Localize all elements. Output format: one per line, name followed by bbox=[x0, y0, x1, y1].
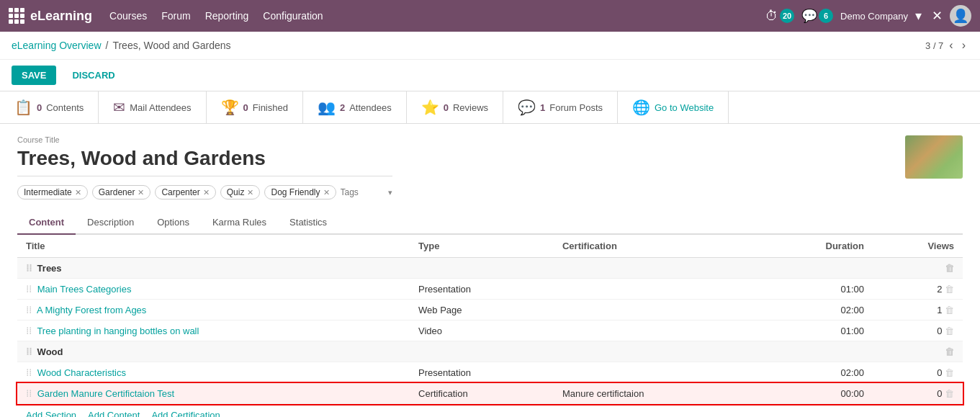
contents-label: Contents bbox=[46, 102, 84, 113]
section-trees: ⁞⁞ Trees 🗑 bbox=[17, 258, 963, 279]
tab-content[interactable]: Content bbox=[17, 211, 76, 235]
row-tree-planting-views: 0 🗑 bbox=[873, 320, 963, 341]
course-info: Course Title Trees, Wood and Gardens Int… bbox=[17, 135, 392, 211]
row-main-trees-views: 2 🗑 bbox=[873, 279, 963, 300]
link-mighty-forest[interactable]: A Mighty Forest from Ages bbox=[37, 305, 146, 315]
del-main-trees[interactable]: 🗑 bbox=[945, 284, 954, 295]
nav-courses[interactable]: Courses bbox=[109, 10, 147, 22]
nav-configuration[interactable]: Configuration bbox=[263, 10, 323, 22]
discard-button[interactable]: DISCARD bbox=[62, 66, 125, 85]
col-views: Views bbox=[873, 235, 963, 258]
website-icon: 🌐 bbox=[632, 99, 650, 116]
smart-btn-mail[interactable]: ✉ Mail Attendees bbox=[99, 91, 206, 123]
tab-karma-rules[interactable]: Karma Rules bbox=[201, 211, 278, 235]
tag-quiz[interactable]: Quiz ✕ bbox=[220, 185, 261, 199]
settings-icon[interactable]: ▾ bbox=[915, 8, 922, 24]
row-wood-char-views: 0 🗑 bbox=[873, 362, 963, 383]
section-trees-title: ⁞⁞ Trees bbox=[17, 258, 873, 279]
add-certification-link[interactable]: Add Certification bbox=[151, 410, 220, 417]
messages-badge[interactable]: 💬 6 bbox=[801, 8, 833, 24]
course-title[interactable]: Trees, Wood and Gardens bbox=[17, 147, 392, 176]
reviews-label: Reviews bbox=[453, 102, 488, 113]
finished-count: 0 bbox=[243, 102, 248, 113]
tag-dogfriendly-remove[interactable]: ✕ bbox=[323, 188, 330, 197]
tag-dogfriendly[interactable]: Dog Friendly ✕ bbox=[264, 185, 336, 199]
messages-count: 6 bbox=[819, 9, 833, 23]
app-grid-menu[interactable] bbox=[9, 8, 24, 24]
tag-carpenter-remove[interactable]: ✕ bbox=[203, 188, 210, 197]
link-main-trees[interactable]: Main Trees Categories bbox=[37, 284, 132, 295]
drag-handle-mighty-forest[interactable]: ⁞⁞ bbox=[26, 304, 32, 315]
link-tree-planting[interactable]: Tree planting in hanging bottles on wall bbox=[37, 326, 199, 336]
mail-icon: ✉ bbox=[113, 99, 125, 116]
drag-handle-trees[interactable]: ⁞⁞ bbox=[26, 262, 32, 274]
pagination: 3 / 7 ‹ › bbox=[925, 37, 968, 53]
row-wood-char-type: Presentation bbox=[410, 362, 554, 383]
link-wood-char[interactable]: Wood Characteristics bbox=[37, 367, 126, 378]
del-tree-planting[interactable]: 🗑 bbox=[945, 326, 954, 336]
smart-btn-attendees[interactable]: 👥 2 Attendees bbox=[303, 91, 407, 123]
row-main-trees-cert bbox=[554, 279, 758, 300]
row-garden-manure: ⁞⁞ Garden Manure Certifictaion Test Cert… bbox=[17, 383, 963, 404]
row-wood-char-cert bbox=[554, 362, 758, 383]
section-wood-del[interactable]: 🗑 bbox=[873, 341, 963, 362]
tab-statistics[interactable]: Statistics bbox=[278, 211, 338, 235]
section-trees-del[interactable]: 🗑 bbox=[873, 258, 963, 279]
website-label: Go to Website bbox=[655, 102, 714, 113]
tag-quiz-remove[interactable]: ✕ bbox=[247, 188, 253, 197]
drag-handle-tree-planting[interactable]: ⁞⁞ bbox=[26, 325, 32, 336]
tags-dropdown-icon[interactable]: ▾ bbox=[388, 188, 392, 197]
row-mighty-forest-cert bbox=[554, 300, 758, 320]
top-navigation: eLearning Courses Forum Reporting Config… bbox=[0, 0, 980, 32]
drag-handle-main-trees[interactable]: ⁞⁞ bbox=[26, 283, 32, 295]
close-icon[interactable]: ✕ bbox=[932, 8, 943, 24]
tag-gardener[interactable]: Gardener ✕ bbox=[92, 185, 151, 199]
breadcrumb-parent[interactable]: eLearning Overview bbox=[12, 40, 102, 51]
timer-badge[interactable]: ⏱ 20 bbox=[765, 9, 794, 24]
tag-intermediate[interactable]: Intermediate ✕ bbox=[17, 185, 88, 199]
drag-handle-wood[interactable]: ⁞⁞ bbox=[26, 346, 32, 357]
drag-handle-wood-char[interactable]: ⁞⁞ bbox=[26, 367, 32, 378]
row-wood-char-title: ⁞⁞ Wood Characteristics bbox=[17, 362, 410, 383]
tab-description[interactable]: Description bbox=[76, 211, 145, 235]
tab-options[interactable]: Options bbox=[145, 211, 201, 235]
add-content-link[interactable]: Add Content bbox=[88, 410, 140, 417]
del-mighty-forest[interactable]: 🗑 bbox=[945, 305, 954, 315]
smart-btn-finished[interactable]: 🏆 0 Finished bbox=[207, 91, 303, 123]
smart-btn-contents[interactable]: 📋 0 Contents bbox=[0, 91, 99, 123]
mail-label: Mail Attendees bbox=[130, 102, 191, 113]
nav-reporting[interactable]: Reporting bbox=[205, 10, 249, 22]
nav-forum[interactable]: Forum bbox=[161, 10, 190, 22]
finished-icon: 🏆 bbox=[221, 99, 239, 116]
tag-carpenter[interactable]: Carpenter ✕ bbox=[155, 185, 215, 199]
tag-intermediate-remove[interactable]: ✕ bbox=[75, 188, 81, 197]
attendees-icon: 👥 bbox=[318, 99, 336, 116]
app-brand: eLearning bbox=[30, 9, 92, 24]
pagination-next[interactable]: › bbox=[959, 37, 968, 53]
row-main-trees-duration: 01:00 bbox=[758, 279, 873, 300]
tag-carpenter-label: Carpenter bbox=[161, 187, 199, 197]
breadcrumb-separator: / bbox=[106, 40, 109, 51]
pagination-prev[interactable]: ‹ bbox=[946, 37, 956, 53]
row-main-trees: ⁞⁞ Main Trees Categories Presentation 01… bbox=[17, 279, 963, 300]
content-tabs: Content Description Options Karma Rules … bbox=[17, 211, 963, 235]
main-menu: Courses Forum Reporting Configuration bbox=[109, 10, 765, 22]
row-garden-manure-views: 0 🗑 bbox=[873, 383, 963, 404]
company-name[interactable]: Demo Company bbox=[840, 11, 908, 22]
drag-handle-garden-manure[interactable]: ⁞⁞ bbox=[26, 387, 32, 399]
del-wood-char[interactable]: 🗑 bbox=[945, 367, 954, 378]
tags-input[interactable] bbox=[341, 187, 384, 197]
save-button[interactable]: SAVE bbox=[12, 66, 56, 85]
col-title: Title bbox=[17, 235, 410, 258]
smart-btn-reviews[interactable]: ⭐ 0 Reviews bbox=[407, 91, 503, 123]
user-avatar[interactable]: 👤 bbox=[950, 5, 971, 27]
tag-gardener-remove[interactable]: ✕ bbox=[138, 188, 144, 197]
topnav-right: ⏱ 20 💬 6 Demo Company ▾ ✕ 👤 bbox=[765, 5, 971, 27]
breadcrumb: eLearning Overview / Trees, Wood and Gar… bbox=[12, 40, 231, 51]
link-garden-manure[interactable]: Garden Manure Certifictaion Test bbox=[37, 388, 175, 399]
smart-btn-forum[interactable]: 💬 1 Forum Posts bbox=[503, 91, 618, 123]
smart-btn-website[interactable]: 🌐 Go to Website bbox=[618, 91, 729, 123]
add-section-link[interactable]: Add Section bbox=[26, 410, 76, 417]
finished-label: Finished bbox=[253, 102, 288, 113]
del-garden-manure[interactable]: 🗑 bbox=[945, 388, 954, 399]
